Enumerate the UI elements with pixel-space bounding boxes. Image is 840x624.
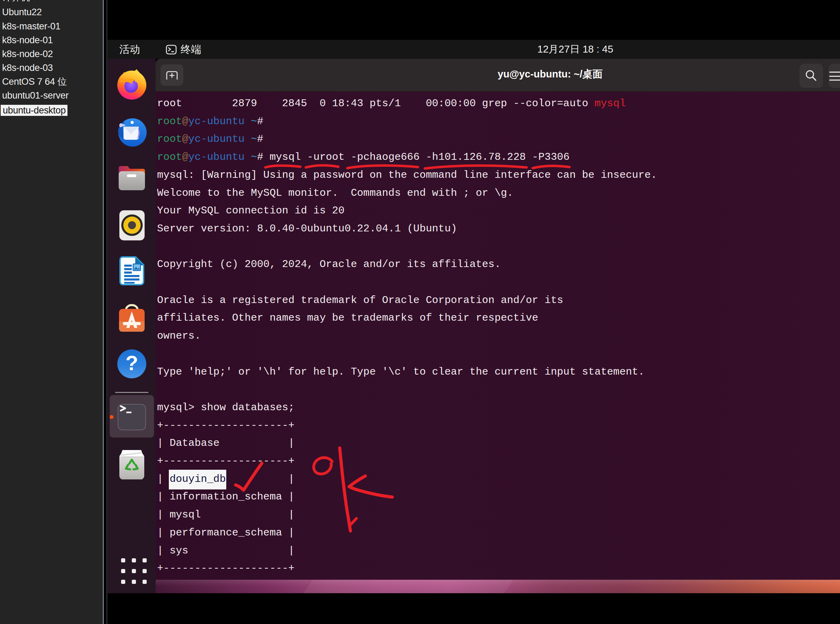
- svg-text:?: ?: [126, 351, 138, 375]
